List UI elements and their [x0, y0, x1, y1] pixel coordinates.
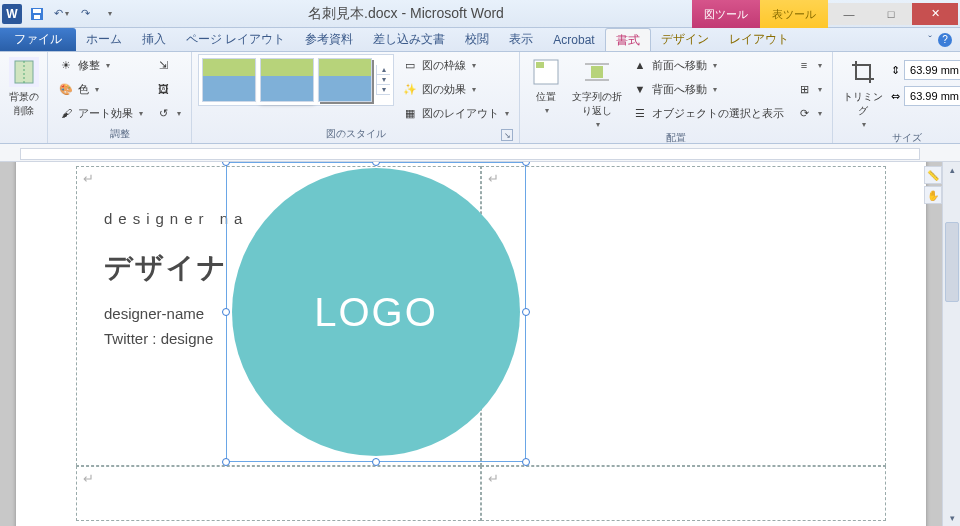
- selected-picture[interactable]: LOGO: [226, 162, 526, 462]
- tab-page-layout[interactable]: ページ レイアウト: [176, 28, 295, 51]
- pan-icon[interactable]: ✋: [924, 186, 942, 204]
- help-icon[interactable]: ?: [938, 33, 952, 47]
- color-icon: 🎨: [58, 81, 74, 97]
- horizontal-ruler[interactable]: [0, 144, 960, 162]
- svg-rect-8: [591, 66, 603, 78]
- compress-icon: ⇲: [155, 57, 171, 73]
- minimize-button[interactable]: —: [828, 3, 870, 25]
- height-input[interactable]: ▴▾: [904, 60, 960, 80]
- align-button[interactable]: ≡▾: [792, 54, 826, 76]
- gallery-scroll-down[interactable]: ▾: [377, 75, 390, 85]
- send-backward-button[interactable]: ▼背面へ移動▾: [628, 78, 788, 100]
- ribbon: 背景の削除 ☀修整▾ 🎨色▾ 🖌アート効果▾ ⇲ 🖼 ↺▾ 調整: [0, 52, 960, 144]
- tab-table-layout[interactable]: レイアウト: [719, 28, 799, 51]
- send-backward-icon: ▼: [632, 81, 648, 97]
- tab-table-design[interactable]: デザイン: [651, 28, 719, 51]
- position-icon: [530, 56, 562, 88]
- wrap-text-icon: [581, 56, 613, 88]
- undo-icon[interactable]: ↶▾: [50, 3, 72, 25]
- table-tools-label: 表ツール: [760, 0, 828, 28]
- ribbon-tabs: ファイル ホーム 挿入 ページ レイアウト 参考資料 差し込み文書 校閲 表示 …: [0, 28, 960, 52]
- tab-acrobat[interactable]: Acrobat: [543, 28, 604, 51]
- side-tools: 📏 ✋: [924, 166, 942, 204]
- tab-home[interactable]: ホーム: [76, 28, 132, 51]
- table-cell[interactable]: ↵: [481, 166, 886, 466]
- gallery-scroll-up[interactable]: ▴: [377, 65, 390, 75]
- corrections-button[interactable]: ☀修整▾: [54, 54, 147, 76]
- resize-handle-l[interactable]: [222, 308, 230, 316]
- resize-handle-bl[interactable]: [222, 458, 230, 466]
- selection-border: [226, 162, 526, 462]
- style-thumb-3[interactable]: [318, 58, 372, 102]
- tab-references[interactable]: 参考資料: [295, 28, 363, 51]
- remove-background-button[interactable]: 背景の削除: [6, 54, 41, 118]
- tab-picture-format[interactable]: 書式: [605, 28, 651, 51]
- wrap-text-button[interactable]: 文字列の折り返し▾: [570, 54, 624, 129]
- group-styles-label: 図のスタイル: [326, 128, 386, 139]
- quick-access-toolbar: ↶▾ ↷ ▾: [26, 3, 120, 25]
- group-size: トリミング▾ ⇕ ▴▾ ⇔ ▴▾ サイズ↘: [833, 52, 960, 143]
- align-icon: ≡: [796, 57, 812, 73]
- maximize-button[interactable]: □: [870, 3, 912, 25]
- picture-styles-gallery[interactable]: ▴ ▾ ▾: [198, 54, 394, 106]
- ruler-toggle-icon[interactable]: 📏: [924, 166, 942, 184]
- group-picture-styles: ▴ ▾ ▾ ▭図の枠線▾ ✨図の効果▾ ▦図のレイアウト▾ 図のスタイル↘: [192, 52, 520, 143]
- redo-icon[interactable]: ↷: [74, 3, 96, 25]
- picture-effects-button[interactable]: ✨図の効果▾: [398, 78, 513, 100]
- group-icon: ⊞: [796, 81, 812, 97]
- close-button[interactable]: ✕: [912, 3, 958, 25]
- svg-rect-2: [34, 15, 40, 19]
- picture-border-button[interactable]: ▭図の枠線▾: [398, 54, 513, 76]
- height-icon: ⇕: [891, 64, 900, 77]
- compress-pictures-button[interactable]: ⇲: [151, 54, 185, 76]
- tab-mailings[interactable]: 差し込み文書: [363, 28, 455, 51]
- page[interactable]: ↵ ↵ ↵ ↵ designer na デザイナ designer-name T…: [16, 162, 926, 526]
- group-adjust-label: 調整: [110, 128, 130, 139]
- group-objects-button[interactable]: ⊞▾: [792, 78, 826, 100]
- resize-handle-b[interactable]: [372, 458, 380, 466]
- document-title: 名刺見本.docx - Microsoft Word: [120, 5, 692, 23]
- artistic-effects-button[interactable]: 🖌アート効果▾: [54, 102, 147, 124]
- scroll-down-icon[interactable]: ▾: [943, 510, 960, 526]
- minimize-ribbon-icon[interactable]: ˇ: [928, 34, 932, 46]
- bring-forward-button[interactable]: ▲前面へ移動▾: [628, 54, 788, 76]
- gallery-scroll: ▴ ▾ ▾: [376, 65, 390, 95]
- vertical-scrollbar[interactable]: ▴ ▾: [942, 162, 960, 526]
- svg-rect-1: [33, 9, 41, 13]
- resize-handle-br[interactable]: [522, 458, 530, 466]
- resize-handle-r[interactable]: [522, 308, 530, 316]
- table-cell[interactable]: ↵: [481, 466, 886, 521]
- change-picture-button[interactable]: 🖼: [151, 78, 185, 100]
- style-thumb-1[interactable]: [202, 58, 256, 102]
- tab-insert[interactable]: 挿入: [132, 28, 176, 51]
- style-thumb-2[interactable]: [260, 58, 314, 102]
- change-picture-icon: 🖼: [155, 81, 171, 97]
- save-icon[interactable]: [26, 3, 48, 25]
- crop-icon: [847, 56, 879, 88]
- table-cell[interactable]: ↵: [76, 466, 481, 521]
- qat-customize-icon[interactable]: ▾: [98, 3, 120, 25]
- picture-layout-button[interactable]: ▦図のレイアウト▾: [398, 102, 513, 124]
- tab-file[interactable]: ファイル: [0, 28, 76, 51]
- corrections-icon: ☀: [58, 57, 74, 73]
- picture-border-icon: ▭: [402, 57, 418, 73]
- tab-view[interactable]: 表示: [499, 28, 543, 51]
- tab-review[interactable]: 校閲: [455, 28, 499, 51]
- selection-pane-button[interactable]: ☰オブジェクトの選択と表示: [628, 102, 788, 124]
- color-button[interactable]: 🎨色▾: [54, 78, 147, 100]
- picture-tools-label: 図ツール: [692, 0, 760, 28]
- scroll-up-icon[interactable]: ▴: [943, 162, 960, 178]
- position-button[interactable]: 位置▾: [526, 54, 566, 115]
- scroll-thumb[interactable]: [945, 222, 959, 302]
- reset-picture-button[interactable]: ↺▾: [151, 102, 185, 124]
- group-arrange-label: 配置: [666, 132, 686, 143]
- picture-layout-icon: ▦: [402, 105, 418, 121]
- rotate-button[interactable]: ⟳▾: [792, 102, 826, 124]
- crop-button[interactable]: トリミング▾: [839, 54, 887, 129]
- styles-launcher[interactable]: ↘: [501, 129, 513, 141]
- group-size-label: サイズ: [892, 132, 922, 143]
- gallery-more[interactable]: ▾: [377, 85, 390, 95]
- bring-forward-icon: ▲: [632, 57, 648, 73]
- width-input[interactable]: ▴▾: [904, 86, 960, 106]
- remove-background-icon: [8, 56, 40, 88]
